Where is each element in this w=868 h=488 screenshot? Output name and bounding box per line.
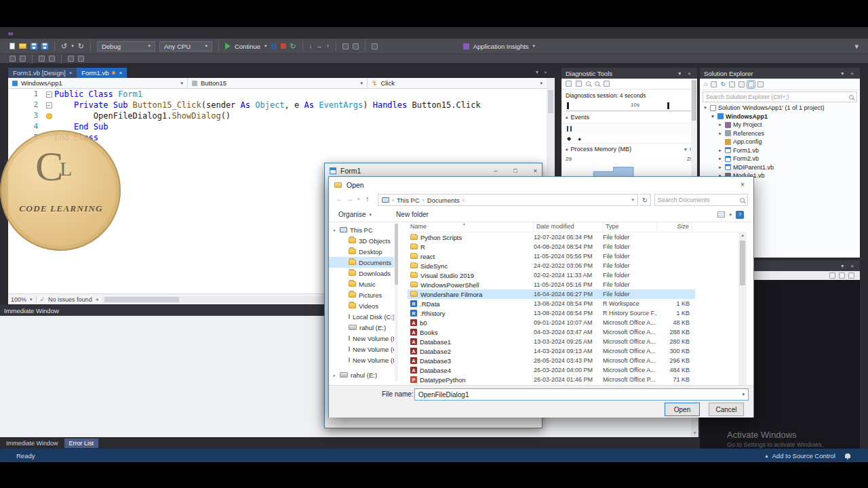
- sidebar-item[interactable]: 3D Objects: [329, 235, 394, 246]
- dialog-titlebar[interactable]: Open ×: [329, 177, 753, 192]
- step-out-icon[interactable]: ↑: [326, 43, 330, 49]
- code-line[interactable]: 1−Public Class Form1: [8, 89, 547, 100]
- tab-form1-design[interactable]: Form1.vb [Design] ×: [8, 68, 77, 78]
- events-section-header[interactable]: ▴ Events: [561, 111, 697, 123]
- continue-button[interactable]: Continue: [235, 43, 260, 50]
- object-dropdown[interactable]: Button15 ▾: [188, 78, 368, 88]
- expand-arrow[interactable]: ▾: [332, 228, 337, 232]
- organise-menu[interactable]: Organise: [338, 211, 366, 218]
- file-row[interactable]: Python Scripts 12-07-2024 06:34 PM File …: [408, 232, 695, 242]
- panel-close-icon[interactable]: ×: [848, 263, 856, 269]
- solution-tree-item[interactable]: App.config: [700, 138, 860, 146]
- redo-icon[interactable]: ↻: [78, 42, 84, 51]
- tab-list-dropdown-icon[interactable]: ▾: [536, 69, 538, 75]
- file-row[interactable]: PDatatypePython 26-03-2024 01:46 PM Micr…: [408, 375, 695, 384]
- solution-configuration-dropdown[interactable]: Debug▾: [97, 41, 155, 52]
- file-row[interactable]: react 11-05-2024 05:56 PM File folder: [408, 251, 695, 261]
- sidebar-item[interactable]: Downloads: [329, 268, 394, 279]
- save-all-icon[interactable]: [41, 43, 48, 49]
- minimize-button[interactable]: –: [494, 167, 497, 174]
- panel-dropdown-icon[interactable]: ▾: [839, 70, 846, 77]
- new-file-icon[interactable]: [9, 43, 15, 49]
- fold-marker-icon[interactable]: −: [46, 102, 52, 108]
- maximize-button[interactable]: □: [513, 167, 517, 174]
- bookmark-icon[interactable]: [9, 56, 16, 62]
- column-size[interactable]: Size: [657, 222, 692, 232]
- pending-changes-icon[interactable]: [711, 81, 717, 87]
- restart-icon[interactable]: ↻: [290, 42, 296, 51]
- menu-item[interactable]: [47, 27, 57, 39]
- panel-dropdown-icon[interactable]: ▾: [676, 70, 683, 77]
- form1-titlebar[interactable]: Form1 – □ ×: [325, 163, 542, 178]
- expand-arrow[interactable]: ▸: [332, 373, 337, 378]
- menu-item[interactable]: [57, 27, 66, 39]
- solution-search-input[interactable]: [706, 94, 849, 100]
- memory-section-header[interactable]: ▴ Process Memory (MB) ▾ P: [561, 143, 697, 155]
- sidebar-item[interactable]: Documents: [329, 257, 394, 268]
- expand-arrow[interactable]: ▸: [717, 148, 723, 153]
- home-icon[interactable]: ⌂: [704, 81, 707, 87]
- file-row[interactable]: R.RData 13-08-2024 08:54 PM R Workspace …: [408, 299, 695, 308]
- toolbar-icon[interactable]: [839, 272, 845, 279]
- help-icon[interactable]: ?: [736, 211, 744, 219]
- expand-arrow[interactable]: ▾: [710, 114, 715, 119]
- refresh-icon[interactable]: ↻: [639, 194, 651, 206]
- application-insights-button[interactable]: Application Insights: [473, 43, 529, 50]
- menu-item[interactable]: [66, 27, 76, 39]
- file-name-dropdown-icon[interactable]: ▾: [742, 392, 748, 397]
- code-line[interactable]: 2− Private Sub Button15_Click(sender As …: [8, 100, 547, 110]
- add-to-source-control-button[interactable]: Add to Source Control: [772, 452, 835, 460]
- file-name-combo[interactable]: ▾: [414, 388, 749, 401]
- expand-arrow[interactable]: ▸: [717, 165, 723, 170]
- view-dropdown-icon[interactable]: ▾: [729, 212, 732, 218]
- file-row[interactable]: ADatabase2 14-03-2024 09:13 AM Microsoft…: [408, 346, 695, 356]
- toolbar-icon[interactable]: [829, 272, 835, 279]
- outdent-icon[interactable]: [49, 56, 55, 62]
- toolbar-icon[interactable]: [342, 43, 349, 49]
- fold-marker-icon[interactable]: −: [46, 92, 52, 98]
- health-status[interactable]: No issues found: [48, 296, 92, 303]
- expand-arrow[interactable]: ▸: [717, 122, 723, 127]
- solution-tree-item[interactable]: ▸ Form2.vb: [700, 155, 860, 163]
- properties-icon[interactable]: [748, 81, 754, 87]
- menu-item[interactable]: [28, 27, 38, 39]
- solution-tree-item[interactable]: ▸ References: [700, 129, 860, 138]
- menu-item[interactable]: [114, 27, 123, 39]
- undo-dropdown[interactable]: ▾: [71, 43, 74, 49]
- refresh-icon[interactable]: ↻: [720, 81, 726, 87]
- open-file-icon[interactable]: [19, 43, 26, 49]
- toolbar-overflow-icon[interactable]: ▾: [854, 42, 859, 51]
- file-row[interactable]: R 04-08-2024 08:54 PM File folder: [408, 242, 695, 251]
- file-row[interactable]: ABooks 04-03-2024 03:47 AM Microsoft Off…: [408, 327, 695, 337]
- open-button[interactable]: Open: [665, 403, 700, 416]
- sidebar-item[interactable]: Local Disk (C:): [329, 311, 394, 322]
- toolbar-icon[interactable]: [848, 272, 854, 279]
- menu-item[interactable]: [104, 27, 114, 39]
- file-row[interactable]: Wondershare Filmora 16-04-2024 06:27 PM …: [408, 289, 695, 299]
- menu-item[interactable]: [76, 27, 85, 39]
- column-name[interactable]: Name: [408, 222, 534, 232]
- uncomment-icon[interactable]: [78, 56, 84, 62]
- file-list-scrollbar[interactable]: ▴: [738, 232, 747, 385]
- scroll-left-icon[interactable]: ◂: [96, 296, 98, 302]
- file-row[interactable]: Ab0 09-01-2024 10:07 AM Microsoft Office…: [408, 318, 695, 327]
- column-date-modified[interactable]: Date modified: [534, 222, 603, 232]
- panel-dropdown-icon[interactable]: ▾: [839, 263, 846, 269]
- file-row[interactable]: ADatabase4 26-03-2024 04:00 PM Microsoft…: [408, 365, 695, 375]
- solution-explorer-header[interactable]: Solution Explorer ▾ ×: [700, 68, 860, 79]
- zoom-level[interactable]: 100%: [11, 296, 26, 303]
- file-name-input[interactable]: [415, 391, 742, 399]
- dialog-close-button[interactable]: ×: [732, 177, 753, 192]
- sidebar-item[interactable]: ▾ This PC: [329, 224, 394, 235]
- toolbar-icon[interactable]: [372, 43, 378, 49]
- zoom-in-icon[interactable]: [586, 81, 591, 86]
- file-row[interactable]: SideSync 24-02-2022 03:06 PM File folder: [408, 261, 695, 270]
- forward-icon[interactable]: →: [347, 195, 354, 203]
- panel-close-icon[interactable]: ×: [686, 70, 693, 77]
- expand-arrow[interactable]: ▸: [717, 131, 723, 136]
- menu-item[interactable]: [38, 27, 47, 39]
- new-folder-button[interactable]: New folder: [396, 211, 429, 218]
- continue-icon[interactable]: [225, 43, 231, 49]
- solution-tree-item[interactable]: ▸ Form1.vb: [700, 146, 860, 155]
- quick-actions-bulb-icon[interactable]: [46, 113, 52, 119]
